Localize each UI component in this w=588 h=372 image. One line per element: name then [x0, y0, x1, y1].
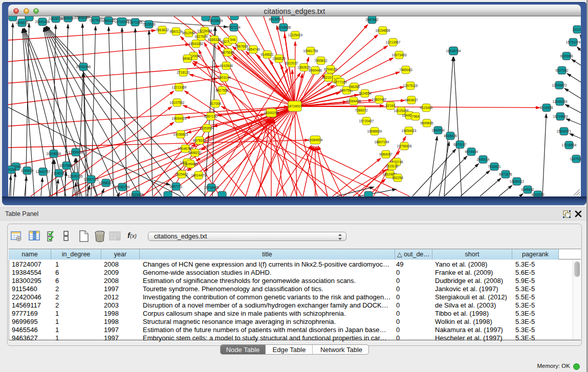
svg-text:1615132: 1615132 [385, 164, 399, 168]
svg-text:9699695: 9699695 [420, 121, 433, 125]
svg-text:7964: 7964 [412, 115, 420, 118]
svg-text:10807487: 10807487 [372, 98, 387, 101]
svg-text:7955812: 7955812 [314, 59, 328, 62]
svg-text:8186328: 8186328 [208, 38, 221, 41]
svg-text:5498222: 5498222 [188, 151, 202, 155]
svg-text:546: 546 [230, 38, 236, 41]
svg-text:10046755: 10046755 [178, 147, 193, 150]
svg-text:10654112: 10654112 [510, 180, 525, 183]
svg-text:9084067: 9084067 [379, 152, 393, 156]
svg-text:16543382: 16543382 [189, 42, 204, 46]
svg-text:1156819: 1156819 [21, 169, 34, 172]
svg-text:19756928: 19756928 [397, 144, 412, 148]
svg-text:9242848: 9242848 [220, 64, 233, 68]
svg-text:62160: 62160 [386, 104, 395, 107]
svg-text:10719185: 10719185 [115, 20, 129, 24]
svg-text:8215955: 8215955 [540, 106, 553, 110]
svg-text:1405571: 1405571 [15, 21, 29, 25]
svg-text:6966160: 6966160 [102, 19, 115, 23]
svg-text:10973493: 10973493 [392, 53, 407, 57]
svg-text:10975887: 10975887 [59, 164, 74, 167]
svg-text:15751074: 15751074 [566, 40, 581, 44]
svg-text:20364436: 20364436 [346, 99, 361, 103]
svg-text:7663822: 7663822 [156, 28, 169, 32]
svg-text:9327509: 9327509 [194, 35, 208, 38]
svg-text:8678332: 8678332 [193, 139, 206, 142]
svg-text:11325419: 11325419 [288, 33, 303, 37]
svg-text:917004: 917004 [210, 102, 221, 105]
svg-text:7485063: 7485063 [399, 68, 412, 72]
svg-text:20206536: 20206536 [47, 152, 61, 156]
svg-text:252254: 252254 [392, 176, 403, 180]
svg-text:1588520: 1588520 [272, 57, 286, 60]
svg-text:16033809: 16033809 [208, 19, 223, 23]
svg-text:9777169: 9777169 [334, 80, 347, 84]
svg-text:20691406: 20691406 [35, 20, 50, 24]
svg-text:10107552: 10107552 [170, 101, 185, 104]
svg-text:12942757: 12942757 [36, 170, 51, 173]
svg-text:2718120: 2718120 [177, 71, 190, 74]
svg-text:16782759: 16782759 [115, 185, 130, 189]
svg-text:8454749: 8454749 [247, 48, 260, 51]
svg-text:3624554: 3624554 [358, 92, 372, 95]
svg-text:20053346: 20053346 [76, 65, 91, 69]
svg-text:12093872: 12093872 [552, 83, 567, 87]
svg-text:14099489: 14099489 [183, 162, 198, 166]
svg-text:2087682: 2087682 [365, 18, 379, 21]
svg-text:15720407: 15720407 [359, 119, 374, 123]
svg-text:16154808: 16154808 [376, 29, 390, 32]
svg-text:98961: 98961 [183, 57, 192, 60]
svg-text:8427552: 8427552 [215, 89, 229, 92]
svg-text:8990448: 8990448 [309, 69, 322, 72]
svg-text:8912954: 8912954 [182, 31, 195, 35]
svg-text:11353594: 11353594 [200, 126, 214, 130]
svg-text:746266: 746266 [349, 85, 360, 89]
svg-text:19218506: 19218506 [276, 26, 291, 29]
svg-text:9329966: 9329966 [560, 54, 573, 58]
svg-text:15716485: 15716485 [204, 186, 219, 189]
svg-text:1640954: 1640954 [431, 128, 445, 132]
svg-text:8471676: 8471676 [499, 172, 512, 176]
svg-text:17016504: 17016504 [562, 143, 577, 147]
svg-text:12923468: 12923468 [129, 193, 144, 196]
svg-text:9245052: 9245052 [531, 193, 545, 196]
svg-text:8322037: 8322037 [285, 61, 298, 65]
svg-text:7357224: 7357224 [227, 26, 241, 29]
svg-text:12213967: 12213967 [386, 40, 401, 44]
svg-text:2967608: 2967608 [235, 45, 248, 48]
svg-text:17359938: 17359938 [69, 150, 83, 154]
svg-text:16210643: 16210643 [553, 115, 568, 118]
svg-text:8813054: 8813054 [269, 17, 282, 21]
svg-text:10688609: 10688609 [367, 129, 382, 133]
svg-text:6879197: 6879197 [453, 143, 467, 146]
svg-text:19384554: 19384554 [308, 138, 323, 142]
svg-text:9657771: 9657771 [169, 185, 183, 188]
svg-text:18807249: 18807249 [375, 140, 389, 144]
svg-text:39159: 39159 [8, 168, 16, 171]
svg-text:19654923: 19654923 [402, 129, 417, 133]
svg-text:11124: 11124 [573, 28, 581, 31]
svg-text:8267150: 8267150 [204, 115, 217, 118]
svg-text:18300295: 18300295 [264, 111, 279, 115]
svg-text:2803144: 2803144 [217, 76, 231, 79]
svg-text:9463627: 9463627 [405, 98, 418, 102]
svg-text:9146821: 9146821 [260, 53, 274, 56]
svg-text:19166825: 19166825 [173, 133, 188, 136]
svg-text:1527602: 1527602 [89, 18, 102, 22]
svg-text:3875685: 3875685 [221, 51, 234, 54]
svg-text:12505135: 12505135 [68, 174, 83, 178]
svg-text:12213369: 12213369 [172, 85, 187, 89]
svg-text:12975115: 12975115 [403, 84, 418, 87]
svg-text:10855287: 10855287 [75, 16, 90, 19]
svg-text:9227342: 9227342 [555, 69, 569, 72]
svg-text:18724007: 18724007 [288, 104, 302, 108]
svg-text:12444159: 12444159 [553, 100, 568, 103]
svg-text:9115460: 9115460 [420, 106, 433, 110]
svg-text:8938928: 8938928 [444, 134, 457, 138]
svg-text:15692971: 15692971 [557, 129, 572, 133]
svg-text:6794028: 6794028 [324, 68, 337, 71]
svg-text:7625402: 7625402 [175, 172, 188, 176]
svg-text:17957225: 17957225 [84, 178, 99, 181]
svg-text:9245052: 9245052 [521, 188, 534, 191]
svg-text:16648784: 16648784 [446, 49, 461, 53]
